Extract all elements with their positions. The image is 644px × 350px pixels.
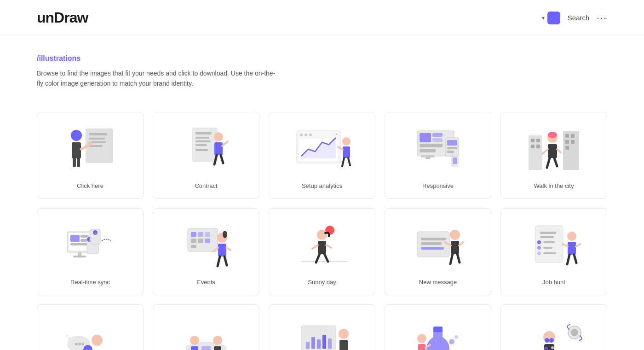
svg-rect-87 xyxy=(191,245,196,248)
svg-point-135 xyxy=(92,335,103,346)
svg-rect-124 xyxy=(568,242,576,255)
svg-rect-69 xyxy=(70,243,89,245)
svg-point-29 xyxy=(342,137,351,146)
illustration-card-chat[interactable]: ··· xyxy=(37,304,144,350)
illustration-card-real-time-sync[interactable]: ✓ ✓ Real-time sync xyxy=(37,208,144,295)
svg-point-159 xyxy=(571,329,578,336)
search-button[interactable]: Search xyxy=(568,14,590,22)
color-swatch[interactable] xyxy=(547,12,560,24)
svg-rect-42 xyxy=(447,147,457,149)
svg-line-102 xyxy=(324,254,328,262)
svg-rect-36 xyxy=(432,133,443,137)
svg-rect-58 xyxy=(565,146,569,150)
svg-rect-39 xyxy=(420,149,436,152)
svg-point-17 xyxy=(214,132,223,141)
illustration-card-meeting[interactable] xyxy=(153,304,259,350)
svg-text:✓: ✓ xyxy=(94,231,97,234)
logo[interactable]: unDraw xyxy=(37,9,88,26)
illustration-card-sunny-day[interactable]: Sunny day xyxy=(269,208,375,295)
svg-rect-148 xyxy=(311,337,315,349)
illustration-card-events[interactable]: Events xyxy=(153,208,259,295)
more-options-button[interactable]: ··· xyxy=(597,12,607,23)
illustration-card-responsive[interactable]: Responsive xyxy=(385,112,491,199)
svg-point-60 xyxy=(548,132,557,138)
svg-point-155 xyxy=(417,334,426,343)
svg-rect-72 xyxy=(78,252,81,256)
illustration-card-job-hunt[interactable]: ✓ Job hunt xyxy=(500,208,607,295)
illustration-img-chat: ··· xyxy=(58,314,122,350)
illustration-card-setup-analytics[interactable]: Setup analytics xyxy=(269,112,375,199)
illustration-img-setup-analytics xyxy=(290,122,354,177)
illustration-card-bottle[interactable] xyxy=(385,304,491,350)
illustration-card-figure[interactable] xyxy=(500,304,607,350)
illustration-img-responsive xyxy=(406,122,470,177)
svg-rect-142 xyxy=(214,346,221,350)
illustration-img-walk-in-the-city xyxy=(522,122,586,177)
svg-line-33 xyxy=(348,158,350,165)
illustration-card-click-here[interactable]: Click here xyxy=(37,112,144,199)
svg-rect-90 xyxy=(218,244,226,257)
illustration-img-contract xyxy=(174,122,238,177)
svg-rect-86 xyxy=(205,239,210,243)
svg-point-5 xyxy=(71,130,82,141)
svg-point-141 xyxy=(213,336,222,345)
illustration-img-bottle xyxy=(406,314,470,350)
svg-point-23 xyxy=(300,134,303,136)
svg-line-112 xyxy=(457,254,460,262)
svg-rect-48 xyxy=(529,135,542,170)
svg-rect-118 xyxy=(543,241,555,243)
svg-line-65 xyxy=(554,158,557,166)
svg-point-130 xyxy=(68,337,71,340)
svg-point-153 xyxy=(449,339,454,344)
svg-point-123 xyxy=(567,232,576,241)
svg-point-121 xyxy=(537,251,541,255)
svg-rect-61 xyxy=(548,144,557,158)
svg-rect-35 xyxy=(420,133,431,142)
svg-line-126 xyxy=(576,244,580,246)
svg-rect-115 xyxy=(540,236,554,238)
svg-point-165 xyxy=(551,346,554,349)
illustration-label-setup-analytics: Setup analytics xyxy=(302,182,342,189)
svg-line-21 xyxy=(221,155,223,163)
svg-line-99 xyxy=(312,245,318,249)
svg-rect-46 xyxy=(421,155,435,158)
svg-rect-9 xyxy=(73,158,76,167)
svg-rect-6 xyxy=(72,142,81,158)
svg-rect-10 xyxy=(77,158,80,167)
svg-point-139 xyxy=(190,336,199,345)
illustration-card-walk-in-the-city[interactable]: Walk in the city xyxy=(500,112,607,199)
svg-rect-12 xyxy=(196,132,212,134)
illustration-img-real-time-sync: ✓ ✓ xyxy=(58,218,122,273)
svg-rect-98 xyxy=(318,241,326,254)
svg-rect-143 xyxy=(201,346,211,350)
illustration-img-meeting xyxy=(174,314,238,350)
svg-rect-140 xyxy=(191,346,198,350)
svg-rect-49 xyxy=(531,139,535,142)
svg-rect-16 xyxy=(196,149,208,151)
svg-rect-104 xyxy=(421,238,446,240)
illustration-img-new-message xyxy=(406,218,470,273)
svg-rect-147 xyxy=(306,342,310,349)
color-picker-wrapper: ▾ xyxy=(542,12,560,24)
svg-rect-47 xyxy=(426,158,430,159)
svg-rect-73 xyxy=(73,256,86,257)
svg-line-125 xyxy=(563,244,568,246)
svg-rect-122 xyxy=(543,252,556,254)
illustration-card-contract[interactable]: Contract xyxy=(153,112,259,199)
svg-rect-68 xyxy=(70,235,80,242)
svg-line-94 xyxy=(224,257,227,265)
svg-point-89 xyxy=(223,231,227,238)
illustration-card-new-message[interactable]: New message xyxy=(385,208,491,295)
header-right: ▾ Search ··· xyxy=(542,12,607,24)
svg-rect-14 xyxy=(196,140,211,142)
illustrations-grid: Click here Contract xyxy=(0,103,644,304)
svg-rect-15 xyxy=(196,144,207,146)
svg-rect-41 xyxy=(447,140,457,146)
hero-section: /illustrations Browse to find the images… xyxy=(0,36,644,103)
illustration-img-click-here xyxy=(58,122,122,177)
svg-rect-106 xyxy=(421,247,444,250)
illustration-card-dashboard[interactable] xyxy=(269,304,375,350)
svg-rect-55 xyxy=(571,134,575,138)
illustration-label-job-hunt: Job hunt xyxy=(542,279,565,286)
svg-line-19 xyxy=(222,141,228,146)
